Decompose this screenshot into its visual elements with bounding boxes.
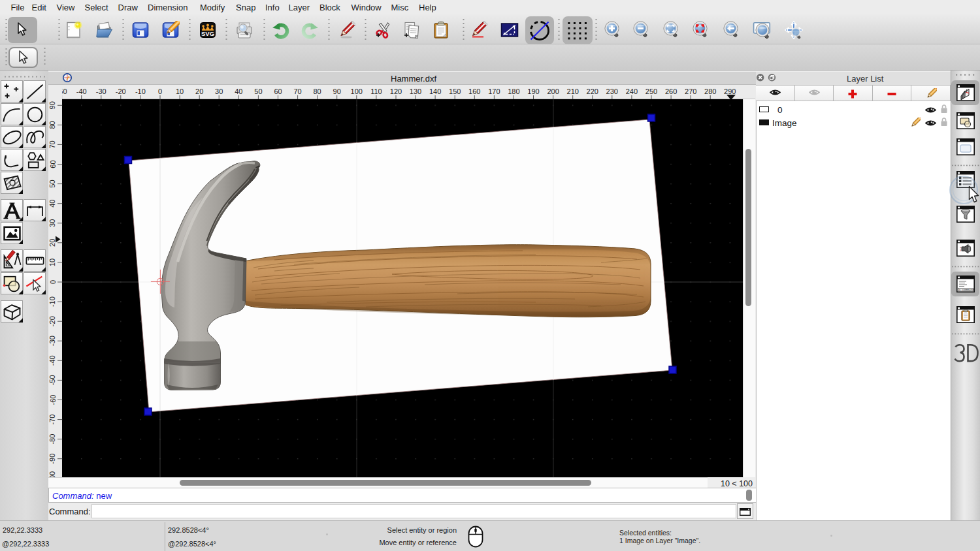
svg-text:130: 130 (410, 87, 421, 95)
svg-text:60: 60 (274, 87, 282, 95)
svg-text:50: 50 (254, 87, 262, 95)
svg-text:10: 10 (49, 259, 57, 266)
svg-text:0: 0 (49, 280, 57, 284)
svg-text:110: 110 (370, 87, 382, 95)
svg-text:270: 270 (685, 87, 696, 95)
svg-text:90: 90 (49, 101, 57, 109)
svg-text:-30: -30 (96, 87, 106, 95)
svg-text:-70: -70 (49, 415, 57, 425)
svg-text:180: 180 (508, 87, 519, 95)
svg-text:170: 170 (488, 87, 500, 95)
svg-text:20: 20 (49, 239, 57, 247)
svg-text:150: 150 (449, 87, 461, 95)
svg-text:30: 30 (49, 219, 57, 227)
svg-text:260: 260 (665, 87, 677, 95)
svg-text:-10: -10 (135, 87, 146, 95)
svg-text:-50: -50 (62, 87, 67, 95)
svg-text:-20: -20 (116, 87, 126, 95)
svg-text:SVG: SVG (201, 30, 214, 37)
svg-text:-90: -90 (49, 454, 57, 464)
svg-text:80: 80 (49, 121, 57, 129)
svg-text:-30: -30 (49, 336, 57, 346)
svg-text:280: 280 (704, 87, 716, 95)
svg-text:220: 220 (587, 87, 598, 95)
svg-text:80: 80 (313, 87, 321, 95)
svg-text:60: 60 (49, 160, 57, 168)
svg-text:-100: -100 (49, 471, 57, 477)
svg-text:230: 230 (606, 87, 618, 95)
svg-text:140: 140 (429, 87, 441, 95)
svg-text:30: 30 (215, 87, 223, 95)
svg-text:20: 20 (195, 87, 203, 95)
svg-text:100: 100 (351, 87, 363, 95)
svg-text:-40: -40 (49, 355, 57, 366)
svg-text:70: 70 (49, 140, 57, 148)
svg-text:40: 40 (235, 87, 242, 95)
svg-text:90: 90 (333, 87, 341, 95)
svg-text:70: 70 (293, 87, 301, 95)
svg-text:10: 10 (176, 87, 184, 95)
svg-text:250: 250 (645, 87, 657, 95)
svg-text:0: 0 (158, 87, 162, 95)
svg-text:120: 120 (390, 87, 402, 95)
svg-text:-80: -80 (49, 434, 57, 445)
svg-text:c command: c command (959, 289, 974, 291)
svg-text:-10: -10 (49, 296, 57, 307)
svg-text:160: 160 (468, 87, 480, 95)
svg-text:200: 200 (547, 87, 559, 95)
svg-text:40: 40 (49, 200, 57, 208)
svg-text:210: 210 (567, 87, 579, 95)
svg-text:240: 240 (626, 87, 638, 95)
svg-text:-20: -20 (49, 316, 57, 326)
svg-text:290: 290 (724, 87, 736, 95)
svg-text:-40: -40 (76, 87, 87, 95)
svg-text:50: 50 (49, 180, 57, 187)
svg-text:-60: -60 (49, 395, 57, 405)
svg-text:190: 190 (527, 87, 539, 95)
svg-text:-50: -50 (49, 375, 57, 385)
